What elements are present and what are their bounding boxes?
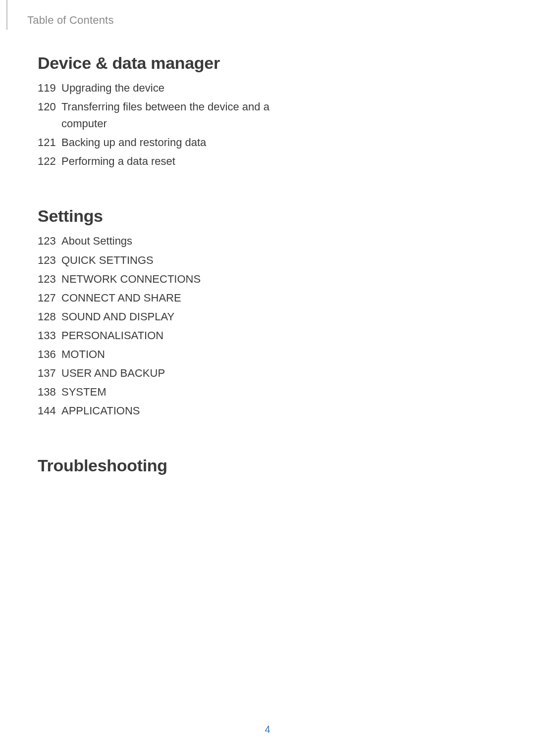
toc-section-device-data-manager: Device & data manager 119 Upgrading the … — [38, 53, 270, 170]
toc-page-number: 128 — [38, 308, 61, 325]
toc-page-number: 138 — [38, 384, 61, 401]
toc-entry-text: Upgrading the device — [61, 80, 270, 97]
toc-entry[interactable]: 120 Transferring files between the devic… — [38, 99, 270, 132]
header-divider — [6, 0, 7, 30]
page-header: Table of Contents — [27, 14, 114, 27]
toc-entry-text: USER AND BACKUP — [61, 365, 270, 382]
toc-entry[interactable]: 144 APPLICATIONS — [38, 403, 270, 419]
toc-entry[interactable]: 123 About Settings — [38, 233, 270, 250]
toc-page-number: 127 — [38, 290, 61, 306]
toc-entry-text: Backing up and restoring data — [61, 134, 270, 151]
toc-entry[interactable]: 128 SOUND AND DISPLAY — [38, 308, 270, 325]
section-title[interactable]: Settings — [38, 206, 270, 226]
toc-entry-text: CONNECT AND SHARE — [61, 290, 270, 306]
page-number: 4 — [0, 724, 535, 735]
toc-page-number: 136 — [38, 346, 61, 363]
toc-entry-text: PERSONALISATION — [61, 327, 270, 344]
toc-entry[interactable]: 123 NETWORK CONNECTIONS — [38, 271, 270, 288]
toc-section-settings: Settings 123 About Settings 123 QUICK SE… — [38, 206, 270, 419]
section-title[interactable]: Device & data manager — [38, 53, 270, 73]
toc-page-number: 133 — [38, 327, 61, 344]
toc-entry-text: SOUND AND DISPLAY — [61, 308, 270, 325]
toc-entry-text: About Settings — [61, 233, 270, 250]
toc-section-troubleshooting: Troubleshooting — [38, 456, 270, 475]
toc-entry[interactable]: 119 Upgrading the device — [38, 80, 270, 97]
toc-entry-text: NETWORK CONNECTIONS — [61, 271, 270, 288]
toc-entry-text: QUICK SETTINGS — [61, 252, 270, 269]
toc-entry-text: APPLICATIONS — [61, 403, 270, 419]
toc-content: Device & data manager 119 Upgrading the … — [38, 53, 270, 512]
toc-page-number: 123 — [38, 271, 61, 288]
section-title[interactable]: Troubleshooting — [38, 456, 270, 475]
toc-page-number: 122 — [38, 153, 61, 170]
toc-entry[interactable]: 122 Performing a data reset — [38, 153, 270, 170]
toc-page-number: 123 — [38, 252, 61, 269]
toc-page-number: 137 — [38, 365, 61, 382]
toc-page-number: 123 — [38, 233, 61, 250]
toc-entry[interactable]: 123 QUICK SETTINGS — [38, 252, 270, 269]
toc-entry[interactable]: 138 SYSTEM — [38, 384, 270, 401]
toc-entry-text: MOTION — [61, 346, 270, 363]
toc-entry[interactable]: 121 Backing up and restoring data — [38, 134, 270, 151]
toc-page-number: 119 — [38, 80, 61, 97]
toc-page-number: 121 — [38, 134, 61, 151]
toc-page-number: 144 — [38, 403, 61, 419]
toc-page-number: 120 — [38, 99, 61, 115]
toc-entry[interactable]: 127 CONNECT AND SHARE — [38, 290, 270, 306]
toc-entry-text: Transferring files between the device an… — [61, 99, 270, 132]
toc-entry-text: SYSTEM — [61, 384, 270, 401]
toc-entry[interactable]: 137 USER AND BACKUP — [38, 365, 270, 382]
toc-entry-text: Performing a data reset — [61, 153, 270, 170]
toc-entry[interactable]: 136 MOTION — [38, 346, 270, 363]
toc-entry[interactable]: 133 PERSONALISATION — [38, 327, 270, 344]
